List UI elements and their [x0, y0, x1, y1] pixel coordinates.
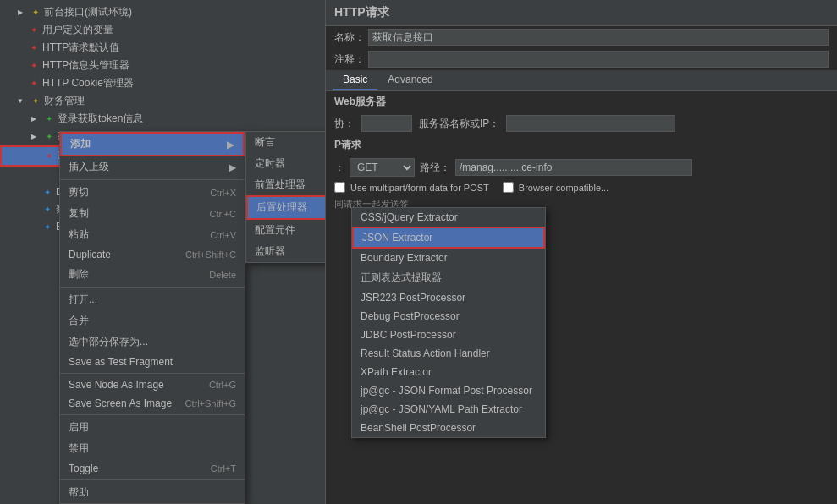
tab-basic[interactable]: Basic	[333, 70, 377, 90]
var-icon: ✦	[27, 24, 41, 37]
tree-item-user-var[interactable]: ✦ 用户定义的变量	[0, 21, 325, 39]
sub2-jdbc[interactable]: JDBC PostProcessor	[352, 326, 545, 344]
ctx-insert-label: 插入上级	[69, 160, 225, 174]
sub2-xpath[interactable]: XPath Extractor	[352, 363, 545, 381]
sub2-result-status[interactable]: Result Status Action Handler	[352, 344, 545, 363]
ctx-toggle[interactable]: Toggle Ctrl+T	[60, 459, 245, 478]
sub2-jsr223-label: JSR223 PostProcessor	[361, 292, 465, 304]
ctx-copy[interactable]: 复制 Ctrl+C	[60, 203, 245, 224]
ctx-toggle-label: Toggle	[69, 463, 211, 474]
sub2-jsr223[interactable]: JSR223 PostProcessor	[352, 288, 545, 307]
ctx-sep3	[60, 373, 245, 374]
ctx-merge[interactable]: 合并	[60, 310, 245, 331]
multipart-checkbox[interactable]	[334, 182, 345, 193]
ctx-delete[interactable]: 删除 Delete	[60, 264, 245, 285]
ctx-open[interactable]: 打开...	[60, 289, 245, 310]
sub-post-label: 后置处理器	[256, 200, 307, 215]
protocol-input[interactable]	[361, 115, 412, 132]
sub-post-processor[interactable]: 后置处理器 ▶	[246, 195, 326, 220]
sub-icon: ✦	[42, 112, 56, 126]
ctx-save-screen-image[interactable]: Save Screen As Image Ctrl+Shift+G	[60, 394, 245, 413]
ctx-merge-label: 合并	[69, 314, 236, 328]
comment-row: 注释：	[326, 48, 837, 70]
sub2-jdbc-label: JDBC PostProcessor	[361, 329, 456, 341]
ctx-help[interactable]: 帮助	[60, 482, 245, 503]
ctx-save-fragment[interactable]: Save as Test Fragment	[60, 353, 245, 371]
ctx-save-node-label: Save Node As Image	[69, 379, 209, 391]
browser-compat-checkbox[interactable]	[503, 182, 514, 193]
sub2-beanshell-label: BeanShell PostProcessor	[361, 422, 476, 434]
sub2-json-label: JSON Extractor	[362, 232, 432, 244]
name-input[interactable]	[368, 29, 829, 46]
sub2-regex-label: 正则表达式提取器	[361, 271, 442, 285]
sub2-jpgc-yaml[interactable]: jp@gc - JSON/YAML Path Extractor	[352, 400, 545, 419]
sub2-jpgc-json[interactable]: jp@gc - JSON Format Post Processor	[352, 381, 545, 400]
tree-item-finance[interactable]: ▼ ✦ 财务管理	[0, 92, 325, 110]
tree-label: 登录获取token信息	[58, 112, 143, 126]
ctx-sep1	[60, 179, 245, 180]
sub2-boundary[interactable]: Boundary Extractor	[352, 249, 545, 267]
sub2-css-jquery[interactable]: CSS/jQuery Extractor	[352, 208, 545, 227]
ctx-paste-shortcut: Ctrl+V	[210, 230, 236, 240]
header-icon: ✦	[27, 59, 41, 73]
ctx-insert-arrow-icon: ▶	[229, 162, 236, 173]
protocol-label: 协：	[334, 117, 355, 131]
arrow-icon: ▶	[27, 130, 41, 144]
path-input[interactable]	[455, 159, 692, 176]
item-icon: ✦	[42, 150, 56, 163]
sub2-regex[interactable]: 正则表达式提取器	[352, 267, 545, 288]
debug-icon: ✦	[41, 185, 54, 199]
ctx-add-label: 添加	[70, 137, 223, 151]
collapse-arrow-icon: ▶	[14, 6, 27, 19]
ctx-paste[interactable]: 粘贴 Ctrl+V	[60, 224, 245, 245]
ctx-cut[interactable]: 剪切 Ctrl+X	[60, 182, 245, 203]
sub-pre-label: 前置处理器	[255, 178, 306, 192]
ctx-insert-parent[interactable]: 插入上级 ▶	[60, 156, 245, 178]
ctx-delete-shortcut: Delete	[209, 270, 236, 280]
ctx-disable[interactable]: 禁用	[60, 438, 245, 459]
cookie-icon: ✦	[27, 77, 41, 90]
tree-item-http-default[interactable]: ✦ HTTP请求默认值	[0, 39, 325, 57]
http-icon: ✦	[27, 41, 41, 55]
ctx-save-node-image[interactable]: Save Node As Image Ctrl+G	[60, 375, 245, 394]
tree-item-login[interactable]: ▶ ✦ 登录获取token信息	[0, 110, 325, 128]
sub2-beanshell[interactable]: BeanShell PostProcessor	[352, 419, 545, 437]
tree-label: HTTP请求默认值	[42, 41, 119, 55]
ctx-save-part[interactable]: 选中部分保存为...	[60, 331, 245, 353]
sub-listener[interactable]: 监听器 ▶	[246, 241, 326, 262]
tree-item-frontend[interactable]: ▶ ✦ 前台接口(测试环境)	[0, 3, 325, 21]
sub2-boundary-label: Boundary Extractor	[361, 252, 448, 264]
submenu-post-processor: CSS/jQuery Extractor JSON Extractor Boun…	[351, 207, 546, 438]
tree-label: 前台接口(测试环境)	[44, 5, 132, 19]
name-label: 名称：	[334, 30, 368, 45]
tree-item-http-cookie[interactable]: ✦ HTTP Cookie管理器	[0, 74, 325, 92]
sub2-debug[interactable]: Debug PostProcessor	[352, 307, 545, 326]
path-label: 路径：	[420, 161, 450, 175]
ctx-add-arrow-icon: ▶	[227, 139, 234, 151]
sub-pre-processor[interactable]: 前置处理器 ▶	[246, 174, 326, 195]
ctx-sep4	[60, 414, 245, 415]
sub-config[interactable]: 配置元件 ▶	[246, 220, 326, 241]
ctx-enable[interactable]: 启用	[60, 417, 245, 438]
browser-compat-label: Browser-compatible...	[519, 183, 608, 193]
sub2-debug-label: Debug PostProcessor	[361, 310, 460, 322]
sub-timer[interactable]: 定时器 ▶	[246, 153, 326, 174]
expand-arrow-icon: ▼	[14, 95, 27, 108]
sub2-jpgc-json-label: jp@gc - JSON Format Post Processor	[361, 385, 532, 397]
ctx-add[interactable]: 添加 ▶	[60, 132, 245, 156]
tab-advanced[interactable]: Advanced	[377, 70, 443, 90]
ctx-save-part-label: 选中部分保存为...	[69, 335, 236, 349]
sub2-result-label: Result Status Action Handler	[361, 348, 490, 359]
ctx-duplicate[interactable]: Duplicate Ctrl+Shift+C	[60, 245, 245, 264]
method-label: ：	[334, 161, 344, 175]
comment-input[interactable]	[368, 51, 829, 68]
sub-assert[interactable]: 断言 ▶	[246, 132, 326, 153]
sub2-json-extractor[interactable]: JSON Extractor	[352, 227, 545, 249]
tree-item-http-header[interactable]: ✦ HTTP信息头管理器	[0, 57, 325, 74]
ctx-save-screen-shortcut: Ctrl+Shift+G	[184, 398, 236, 408]
tree-label: HTTP Cookie管理器	[42, 76, 134, 90]
server-input[interactable]	[506, 115, 675, 132]
tabs-bar: Basic Advanced	[326, 70, 837, 91]
method-select[interactable]: GET POST PUT DELETE	[350, 158, 415, 177]
bean-icon: ✦	[41, 220, 54, 233]
